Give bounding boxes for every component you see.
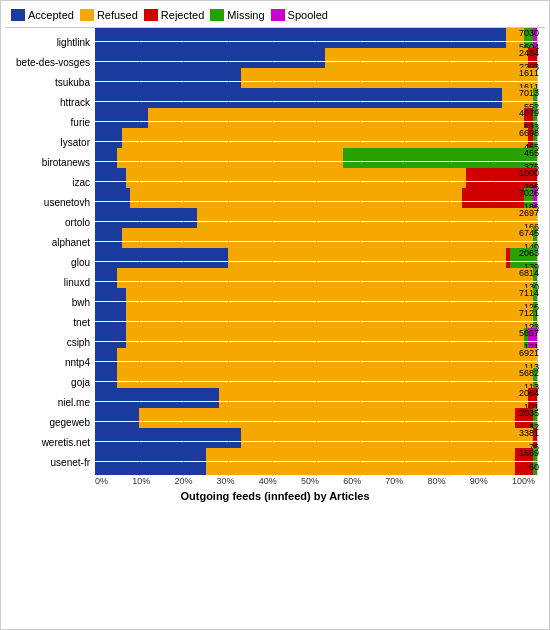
bar-segment bbox=[148, 108, 524, 121]
row-label: gegeweb bbox=[13, 417, 95, 428]
bar-segment bbox=[95, 88, 502, 101]
top-bar: 1000 bbox=[95, 168, 537, 181]
legend-item-accepted: Accepted bbox=[11, 9, 74, 21]
top-bar: 2063 bbox=[95, 248, 537, 261]
row-label: niel.me bbox=[13, 397, 95, 408]
top-bar: 7114 bbox=[95, 288, 537, 301]
row-label: csiph bbox=[13, 337, 95, 348]
bar-segment bbox=[95, 68, 241, 81]
row-label: nntp4 bbox=[13, 357, 95, 368]
legend-color bbox=[271, 9, 285, 21]
x-tick: 70% bbox=[385, 476, 403, 486]
bar-top-value: 2063 bbox=[519, 248, 539, 258]
chart-container: AcceptedRefusedRejectedMissingSpooled li… bbox=[0, 0, 550, 630]
bar-top-value: 2697 bbox=[519, 208, 539, 218]
legend-color bbox=[80, 9, 94, 21]
top-bar: 4079 bbox=[95, 108, 537, 121]
x-axis-label: Outgoing feeds (innfeed) by Articles bbox=[13, 486, 537, 502]
bar-top-value: 7114 bbox=[519, 288, 539, 298]
bar-top-value: 6745 bbox=[519, 228, 539, 238]
bar-segment bbox=[95, 228, 122, 241]
bar-segment bbox=[197, 208, 537, 221]
top-bar: 6814 bbox=[95, 268, 537, 281]
bar-top-value: 5682 bbox=[519, 368, 539, 378]
row-label: goja bbox=[13, 377, 95, 388]
bar-bottom-value: 60 bbox=[529, 462, 539, 472]
bar-segment bbox=[95, 48, 325, 61]
bar-wrapper: 168960 bbox=[95, 448, 537, 476]
chart-area: lightlink70305604bete-des-vosges24842203… bbox=[5, 28, 545, 608]
row-label: lysator bbox=[13, 137, 95, 148]
row-label: furie bbox=[13, 117, 95, 128]
bar-segment bbox=[95, 408, 139, 421]
top-bar: 7121 bbox=[95, 308, 537, 321]
bar-segment bbox=[95, 348, 117, 361]
bar-segment bbox=[117, 148, 342, 161]
top-bar: 6745 bbox=[95, 228, 537, 241]
top-bar: 7026 bbox=[95, 188, 537, 201]
row-label: httrack bbox=[13, 97, 95, 108]
bar-top-value: 3381 bbox=[519, 428, 539, 438]
bar-segment bbox=[462, 188, 524, 201]
top-bar: 1689 bbox=[95, 448, 537, 461]
top-bar: 2697 bbox=[95, 208, 537, 221]
row-label: tnet bbox=[13, 317, 95, 328]
top-bar: 455 bbox=[95, 148, 537, 161]
bar-top-value: 7013 bbox=[519, 88, 539, 98]
legend-label: Spooled bbox=[288, 9, 328, 21]
bar-top-value: 2064 bbox=[519, 388, 539, 398]
top-bar: 5657 bbox=[95, 328, 537, 341]
bar-top-value: 2484 bbox=[519, 48, 539, 58]
legend-label: Accepted bbox=[28, 9, 74, 21]
x-tick: 90% bbox=[470, 476, 488, 486]
bar-segment bbox=[95, 28, 506, 41]
x-tick: 10% bbox=[132, 476, 150, 486]
legend-item-spooled: Spooled bbox=[271, 9, 328, 21]
x-tick: 30% bbox=[217, 476, 235, 486]
row-label: usenetovh bbox=[13, 197, 95, 208]
bar-segment bbox=[343, 148, 537, 161]
bar-top-value: 7030 bbox=[519, 28, 539, 38]
x-tick: 60% bbox=[343, 476, 361, 486]
row-label: ortolo bbox=[13, 217, 95, 228]
top-bar: 2484 bbox=[95, 48, 537, 61]
top-bar: 6921 bbox=[95, 348, 537, 361]
bar-segment bbox=[126, 288, 533, 301]
top-bar: 2064 bbox=[95, 388, 537, 401]
top-bar: 7013 bbox=[95, 88, 537, 101]
top-bar: 7030 bbox=[95, 28, 537, 41]
row-label: bete-des-vosges bbox=[13, 57, 95, 68]
row-label: weretis.net bbox=[13, 437, 95, 448]
bar-segment bbox=[241, 68, 537, 81]
bar-row: usenet-fr168960 bbox=[13, 454, 537, 471]
bar-top-value: 1611 bbox=[519, 68, 539, 78]
legend-color bbox=[210, 9, 224, 21]
bar-segment bbox=[117, 368, 532, 381]
bar-top-value: 6921 bbox=[519, 348, 539, 358]
legend-label: Rejected bbox=[161, 9, 204, 21]
legend-color bbox=[144, 9, 158, 21]
x-axis-container: 0%10%20%30%40%50%60%70%80%90%100% bbox=[13, 476, 537, 486]
bar-segment bbox=[95, 288, 126, 301]
bar-segment bbox=[228, 248, 506, 261]
bar-segment bbox=[95, 428, 241, 441]
bar-top-value: 7026 bbox=[519, 188, 539, 198]
bar-top-value: 4079 bbox=[519, 108, 539, 118]
legend-label: Refused bbox=[97, 9, 138, 21]
top-bar: 5682 bbox=[95, 368, 537, 381]
bar-top-value: 6814 bbox=[519, 268, 539, 278]
bar-segment bbox=[95, 148, 117, 161]
bar-segment bbox=[95, 268, 117, 281]
bar-segment bbox=[95, 462, 206, 475]
row-label: usenet-fr bbox=[13, 457, 95, 468]
row-label: linuxd bbox=[13, 277, 95, 288]
bar-segment bbox=[325, 48, 528, 61]
bar-segment bbox=[95, 128, 122, 141]
legend-color bbox=[11, 9, 25, 21]
x-axis-ticks: 0%10%20%30%40%50%60%70%80%90%100% bbox=[95, 476, 537, 486]
bar-segment bbox=[117, 348, 537, 361]
legend-item-rejected: Rejected bbox=[144, 9, 204, 21]
top-bar: 2035 bbox=[95, 408, 537, 421]
row-label: glou bbox=[13, 257, 95, 268]
legend-item-missing: Missing bbox=[210, 9, 264, 21]
